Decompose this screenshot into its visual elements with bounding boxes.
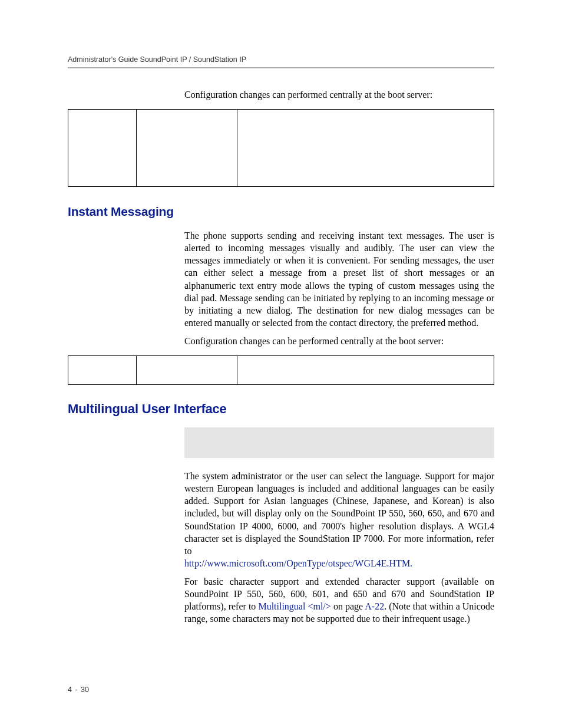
config-table-2 <box>68 355 494 385</box>
config-table-1 <box>68 109 494 187</box>
section1-intro: Configuration changes can performed cent… <box>184 88 494 101</box>
chapter-number: 4 <box>68 686 72 694</box>
page: Administrator's Guide SoundPoint IP / So… <box>0 0 562 728</box>
header-rule <box>68 67 494 68</box>
mui-paragraph-1: The system administrator or the user can… <box>184 470 494 569</box>
cell-2-3 <box>237 356 494 385</box>
im-paragraph-2: Configuration changes can be performed c… <box>184 335 494 347</box>
heading-instant-messaging: Instant Messaging <box>68 205 494 219</box>
cell-1-1 <box>68 110 137 187</box>
page-number: 4 - 30 <box>68 686 89 694</box>
page-value: 30 <box>81 686 89 694</box>
heading-multilingual-ui: Multilingual User Interface <box>68 401 494 417</box>
page-dash: - <box>74 686 78 694</box>
wgl4-link[interactable]: http://www.microsoft.com/OpenType/otspec… <box>184 558 412 568</box>
multilingual-ml-link[interactable]: Multilingual <ml/> <box>258 601 330 611</box>
grey-callout <box>184 427 494 458</box>
mui-p1-text: The system administrator or the user can… <box>184 471 494 556</box>
table-row <box>68 110 494 187</box>
cell-2-1 <box>68 356 137 385</box>
mui-p2-mid: on page <box>331 601 365 611</box>
im-block: The phone supports sending and receiving… <box>184 229 494 347</box>
cell-1-3 <box>237 110 494 187</box>
mui-block: The system administrator or the user can… <box>184 427 494 625</box>
running-header: Administrator's Guide SoundPoint IP / So… <box>68 55 494 64</box>
page-ref-link[interactable]: A-22 <box>365 601 384 611</box>
cell-1-2 <box>137 110 237 187</box>
cell-2-2 <box>137 356 237 385</box>
table-row <box>68 356 494 385</box>
section1-block: Configuration changes can performed cent… <box>184 88 494 101</box>
im-paragraph-1: The phone supports sending and receiving… <box>184 229 494 329</box>
mui-paragraph-2: For basic character support and extended… <box>184 575 494 625</box>
